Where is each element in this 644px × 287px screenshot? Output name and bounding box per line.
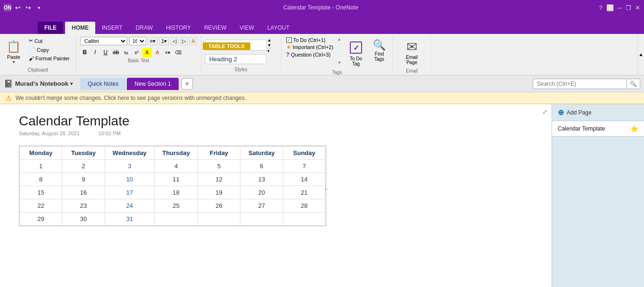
tab-layout[interactable]: LAYOUT: [261, 22, 296, 34]
calendar-cell[interactable]: [240, 213, 283, 226]
superscript-button[interactable]: x²: [132, 48, 141, 57]
calendar-cell[interactable]: 28: [283, 199, 325, 213]
calendar-cell[interactable]: [155, 213, 198, 226]
paste-dropdown-arrow[interactable]: ▾: [13, 60, 15, 64]
highlight-btn[interactable]: A: [142, 48, 152, 57]
table-tools-tab[interactable]: TABLE TOOLS: [203, 42, 250, 50]
indent-decrease-btn[interactable]: ◁: [171, 37, 178, 45]
close-icon[interactable]: ✕: [635, 4, 640, 11]
styles-dropdown[interactable]: ▾: [267, 48, 272, 53]
cut-button[interactable]: ✂ Cut: [26, 37, 72, 45]
calendar-cell[interactable]: 25: [155, 199, 198, 213]
calendar-cell[interactable]: [198, 213, 240, 226]
copy-button[interactable]: 📄 Copy: [26, 46, 72, 54]
bold-button[interactable]: B: [80, 48, 90, 57]
maximize-icon[interactable]: ❐: [626, 4, 631, 11]
eraser-btn[interactable]: ⌫: [173, 48, 183, 57]
list-bullets-btn[interactable]: ≡▾: [148, 37, 157, 45]
todo-tag[interactable]: To Do (Ctrl+1): [285, 37, 335, 43]
search-input[interactable]: [533, 79, 627, 89]
calendar-cell[interactable]: 30: [62, 213, 105, 226]
warning-bar[interactable]: ⚠ We couldn't merge some changes. Click …: [0, 92, 644, 104]
email-page-button[interactable]: ✉ EmailPage: [404, 37, 420, 67]
resize-handle[interactable]: ↔: [324, 186, 329, 191]
notebook-name[interactable]: 📓 Murad's Notebook ▾: [4, 79, 73, 88]
clear-format-btn[interactable]: A: [190, 37, 197, 45]
calendar-cell[interactable]: 23: [62, 199, 105, 213]
calendar-cell[interactable]: 8: [20, 173, 62, 186]
align-btn[interactable]: ≡▾: [163, 48, 173, 57]
calendar-cell[interactable]: 6: [240, 160, 283, 173]
quick-access-down[interactable]: ▾: [35, 4, 42, 11]
calendar-cell[interactable]: 10: [105, 173, 154, 186]
indent-increase-btn[interactable]: ▷: [180, 37, 188, 45]
calendar-cell[interactable]: 18: [155, 186, 198, 199]
heading2-style[interactable]: Heading 2: [205, 54, 266, 64]
format-painter-button[interactable]: 🖌 Format Painter: [26, 55, 72, 62]
styles-scroll-up[interactable]: ▲: [267, 38, 272, 42]
tab-history[interactable]: HISTORY: [159, 22, 198, 34]
calendar-cell[interactable]: 31: [105, 213, 154, 226]
drag-handle[interactable]: · · · · · ·: [160, 141, 185, 147]
calendar-cell[interactable]: 13: [240, 173, 283, 186]
strikethrough-button[interactable]: ab: [111, 48, 121, 57]
list-numbers-btn[interactable]: 1▾: [159, 37, 169, 45]
add-section-button[interactable]: +: [182, 78, 193, 90]
calendar-cell[interactable]: [283, 213, 325, 226]
undo-button[interactable]: ↩: [14, 4, 22, 11]
tab-draw[interactable]: DRAW: [129, 22, 159, 34]
tab-home[interactable]: HOME: [65, 22, 95, 34]
calendar-cell[interactable]: 5: [198, 160, 240, 173]
calendar-cell[interactable]: 2: [62, 160, 105, 173]
redo-button[interactable]: ↪: [25, 4, 32, 11]
styles-scroll-down[interactable]: ▼: [267, 43, 272, 48]
calendar-cell[interactable]: 7: [283, 160, 325, 173]
font-color-btn[interactable]: A: [153, 48, 162, 57]
calendar-cell[interactable]: 27: [240, 199, 283, 213]
calendar-cell[interactable]: 20: [240, 186, 283, 199]
italic-button[interactable]: I: [91, 48, 100, 57]
calendar-cell[interactable]: 26: [198, 199, 240, 213]
question-tag[interactable]: ? Question (Ctrl+3): [285, 51, 335, 58]
calendar-cell[interactable]: 14: [283, 173, 325, 186]
notebook-dropdown[interactable]: ▾: [70, 81, 73, 86]
calendar-cell[interactable]: 21: [283, 186, 325, 199]
minimize-icon[interactable]: ─: [618, 4, 622, 11]
expand-icon[interactable]: ⤢: [542, 108, 548, 115]
todo-tag-button[interactable]: ✓ To DoTag: [344, 37, 368, 69]
section-tab-quick-notes[interactable]: Quick Notes: [80, 78, 126, 90]
calendar-cell[interactable]: 19: [198, 186, 240, 199]
font-size-select[interactable]: 16: [129, 37, 146, 45]
calendar-cell[interactable]: 22: [20, 199, 62, 213]
help-icon[interactable]: ?: [599, 4, 603, 11]
calendar-cell[interactable]: 15: [20, 186, 62, 199]
calendar-cell[interactable]: 4: [155, 160, 198, 173]
page-list-item[interactable]: Calendar Template ⭐: [552, 121, 644, 137]
restore-icon[interactable]: ⬜: [606, 4, 614, 11]
underline-button[interactable]: U: [101, 48, 110, 57]
ribbon-collapse-button[interactable]: ▲: [637, 34, 644, 75]
section-tab-new-section[interactable]: New Section 1: [127, 78, 178, 90]
calendar-cell[interactable]: 12: [198, 173, 240, 186]
tab-insert[interactable]: INSERT: [95, 22, 129, 34]
paste-button[interactable]: 📋 Paste ▾: [4, 37, 24, 66]
find-tags-button[interactable]: 🔍 FindTags: [370, 37, 389, 64]
tab-view[interactable]: VIEW: [233, 22, 261, 34]
important-tag[interactable]: ★ Important (Ctrl+2): [285, 43, 335, 51]
tab-review[interactable]: REVIEW: [198, 22, 233, 34]
font-family-select[interactable]: Calibri: [80, 37, 127, 45]
add-page-button[interactable]: ⊕ Add Page: [552, 104, 644, 121]
calendar-cell[interactable]: 16: [62, 186, 105, 199]
calendar-cell[interactable]: 11: [155, 173, 198, 186]
calendar-cell[interactable]: 29: [20, 213, 62, 226]
calendar-cell[interactable]: 24: [105, 199, 154, 213]
calendar-cell[interactable]: 3: [105, 160, 154, 173]
subscript-button[interactable]: x₂: [122, 48, 131, 57]
calendar-cell[interactable]: 17: [105, 186, 154, 199]
calendar-cell[interactable]: 9: [62, 173, 105, 186]
tags-scroll-up[interactable]: ▲: [337, 37, 341, 41]
tags-scroll-down[interactable]: ▼: [337, 60, 341, 65]
tab-file[interactable]: FILE: [38, 22, 63, 34]
calendar-cell[interactable]: 1: [20, 160, 62, 173]
search-button[interactable]: 🔍: [627, 79, 640, 89]
